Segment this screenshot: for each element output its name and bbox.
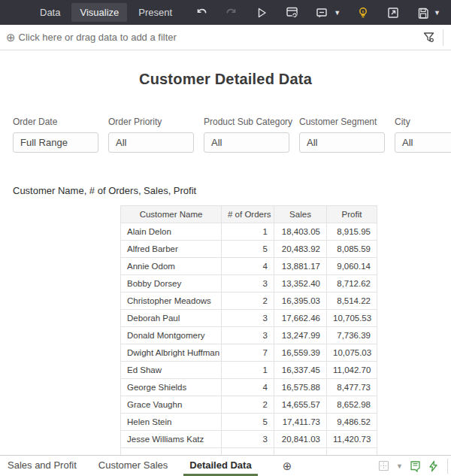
add-canvas-icon[interactable]: ⊕ bbox=[283, 456, 292, 476]
table-row[interactable]: Jesse Williams Katz320,841.0311,420.73 bbox=[121, 431, 377, 448]
save-icon[interactable] bbox=[416, 5, 431, 20]
cell-clipped bbox=[327, 448, 377, 456]
table-row[interactable]: Ed Shaw116,337.4511,042.70 bbox=[121, 362, 377, 379]
cell-profit: 10,075.03 bbox=[327, 344, 377, 362]
cell-sales: 16,575.88 bbox=[274, 379, 327, 396]
column-header-sales[interactable]: Sales bbox=[274, 206, 327, 223]
canvas-bar-separator bbox=[447, 459, 448, 474]
table-row[interactable]: Alain Delon118,403.058,915.95 bbox=[121, 223, 377, 241]
canvas-layout-icon[interactable] bbox=[378, 460, 389, 471]
cell-sales: 13,247.99 bbox=[274, 327, 327, 344]
filter-value-dropdown[interactable]: Full Range bbox=[13, 132, 98, 153]
viz-title: Customer Name, # of Orders, Sales, Profi… bbox=[13, 185, 196, 196]
cell-orders: 1 bbox=[222, 223, 274, 241]
canvas-title: Customer Detailed Data bbox=[0, 71, 451, 88]
column-header-customer-name[interactable]: Customer Name bbox=[121, 206, 222, 223]
cell-sales: 13,352.40 bbox=[274, 275, 327, 293]
table-row[interactable]: Alfred Barber520,483.928,085.59 bbox=[121, 241, 377, 258]
undo-icon[interactable] bbox=[194, 5, 209, 20]
table-row[interactable]: Grace Vaughn214,655.578,652.98 bbox=[121, 396, 377, 414]
cell-sales: 14,655.57 bbox=[274, 396, 327, 414]
cell-profit: 8,477.73 bbox=[327, 379, 377, 396]
canvas-tabs: Sales and ProfitCustomer SalesDetailed D… bbox=[2, 456, 268, 476]
export-icon[interactable] bbox=[386, 5, 401, 20]
cell-orders: 4 bbox=[222, 258, 274, 275]
cell-customer: Grace Vaughn bbox=[121, 396, 222, 414]
cell-orders: 4 bbox=[222, 379, 274, 396]
cell-customer: Donald Montgomery bbox=[121, 327, 222, 344]
refresh-data-icon[interactable] bbox=[284, 5, 299, 20]
mode-tabs: DataVisualizePresent bbox=[30, 0, 182, 25]
cell-sales: 17,662.46 bbox=[274, 310, 327, 327]
cell-orders: 3 bbox=[222, 310, 274, 327]
data-table-visual[interactable]: Customer Name# of OrdersSalesProfit Alai… bbox=[120, 205, 377, 455]
column-header-of-orders[interactable]: # of Orders bbox=[222, 206, 274, 223]
cell-profit: 9,486.52 bbox=[327, 414, 377, 431]
filter-bar-placeholder[interactable]: Click here or drag data to add a filter bbox=[19, 32, 422, 43]
filter-bar: ⊕ Click here or drag data to add a filte… bbox=[0, 25, 451, 50]
filter-funnel-icon[interactable] bbox=[422, 31, 435, 44]
table-row[interactable]: Christopher Meadows216,395.038,514.22 bbox=[121, 293, 377, 310]
cell-customer: Ed Shaw bbox=[121, 362, 222, 379]
table-row[interactable]: Dwight Albright Huffman716,559.3910,075.… bbox=[121, 344, 377, 362]
table-header-row: Customer Name# of OrdersSalesProfit bbox=[121, 206, 377, 223]
cell-sales: 20,841.03 bbox=[274, 431, 327, 448]
cell-orders: 3 bbox=[222, 327, 274, 344]
cell-sales: 17,411.73 bbox=[274, 414, 327, 431]
comment-caret-icon[interactable]: ▼ bbox=[334, 9, 341, 17]
redo-icon[interactable] bbox=[224, 5, 239, 20]
canvas-tab-customer-sales[interactable]: Customer Sales bbox=[92, 456, 174, 476]
cell-clipped bbox=[274, 448, 327, 456]
filter-label: City bbox=[395, 117, 451, 127]
data-table: Customer Name# of OrdersSalesProfit Alai… bbox=[120, 205, 377, 455]
cell-orders: 5 bbox=[222, 414, 274, 431]
table-row[interactable]: Helen Stein517,411.739,486.52 bbox=[121, 414, 377, 431]
cell-customer: Bobby Dorsey bbox=[121, 275, 222, 293]
filter-city: CityAll bbox=[395, 117, 451, 153]
filter-value-dropdown[interactable]: All bbox=[395, 132, 451, 153]
top-toolbar: DataVisualizePresent ▼ bbox=[0, 0, 451, 25]
cell-sales: 18,403.05 bbox=[274, 223, 327, 241]
filter-value-dropdown[interactable]: All bbox=[204, 132, 289, 153]
cell-customer: Dwight Albright Huffman bbox=[121, 344, 222, 362]
layout-caret-icon[interactable]: ▼ bbox=[396, 462, 403, 470]
mode-tab-visualize[interactable]: Visualize bbox=[71, 3, 127, 22]
table-row[interactable]: George Shields416,575.888,477.73 bbox=[121, 379, 377, 396]
cell-orders: 7 bbox=[222, 344, 274, 362]
insights-lightbulb-icon[interactable] bbox=[356, 5, 371, 20]
filter-value-dropdown[interactable]: All bbox=[108, 132, 194, 153]
table-row[interactable]: Annie Odom413,881.179,060.14 bbox=[121, 258, 377, 275]
canvas-tab-sales-and-profit[interactable]: Sales and Profit bbox=[2, 456, 83, 476]
cell-sales: 13,881.17 bbox=[274, 258, 327, 275]
cell-customer: Alain Delon bbox=[121, 223, 222, 241]
dashboard-filters: Order DateFull RangeOrder PriorityAllPro… bbox=[13, 117, 451, 153]
cell-profit: 8,915.95 bbox=[327, 223, 377, 241]
add-filter-icon[interactable]: ⊕ bbox=[6, 32, 16, 43]
canvas-tab-detailed-data[interactable]: Detailed Data bbox=[183, 456, 257, 476]
filter-label: Customer Segment bbox=[299, 117, 385, 127]
table-row[interactable]: Bobby Dorsey313,352.408,712.62 bbox=[121, 275, 377, 293]
cell-clipped bbox=[121, 448, 222, 456]
canvas-bar-actions: ▼ bbox=[378, 456, 451, 476]
filter-order-date: Order DateFull Range bbox=[13, 117, 98, 153]
cell-customer: Helen Stein bbox=[121, 414, 222, 431]
mode-tab-present[interactable]: Present bbox=[130, 3, 180, 22]
cell-sales: 16,559.39 bbox=[274, 344, 327, 362]
cell-profit: 8,652.98 bbox=[327, 396, 377, 414]
cell-customer: Alfred Barber bbox=[121, 241, 222, 258]
column-header-profit[interactable]: Profit bbox=[327, 206, 377, 223]
canvas: Customer Detailed Data Order DateFull Ra… bbox=[0, 50, 451, 455]
auto-apply-icon[interactable] bbox=[428, 460, 439, 472]
filter-value-dropdown[interactable]: All bbox=[299, 132, 385, 153]
refresh-data-green-icon[interactable] bbox=[410, 460, 421, 472]
table-row[interactable]: Donald Montgomery313,247.997,736.39 bbox=[121, 327, 377, 344]
cell-clipped bbox=[222, 448, 274, 456]
preview-play-icon[interactable] bbox=[254, 5, 269, 20]
table-row[interactable]: Deborah Paul317,662.4610,705.53 bbox=[121, 310, 377, 327]
save-caret-icon[interactable]: ▼ bbox=[434, 9, 440, 17]
comment-icon[interactable] bbox=[314, 5, 329, 20]
cell-orders: 3 bbox=[222, 275, 274, 293]
cell-profit: 11,420.73 bbox=[327, 431, 377, 448]
mode-tab-data[interactable]: Data bbox=[32, 3, 68, 22]
cell-profit: 7,736.39 bbox=[327, 327, 377, 344]
